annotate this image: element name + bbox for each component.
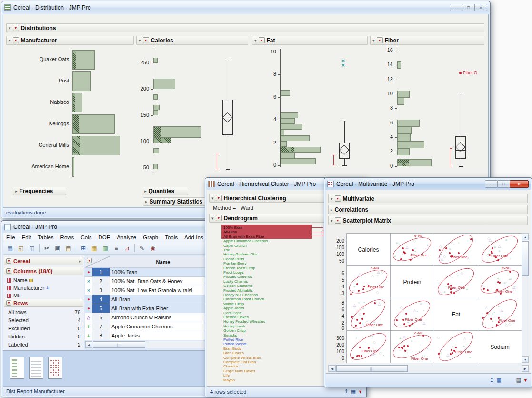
matrix-cell[interactable]: ◦×+△◇◦×+△◇◦×+Fiber Onee-Nu (390, 330, 434, 363)
histogram-bar[interactable] (281, 153, 295, 158)
disclosure-closed-icon[interactable]: ▸ (145, 199, 148, 204)
histogram-bar[interactable] (153, 105, 160, 110)
row-number-cell[interactable]: 1 (92, 268, 110, 277)
red-triangle-menu-icon[interactable]: ▼ (523, 378, 528, 383)
row-state-cell[interactable]: + (85, 331, 93, 340)
grid-corner-cell[interactable]: ▼ (85, 256, 110, 268)
row-name-cell[interactable]: 100% Nat. Bran Oats & Honey (110, 277, 217, 286)
disclosure-open-icon[interactable]: ▾ (254, 38, 257, 43)
row-state-cell[interactable]: △ (85, 313, 93, 322)
column-item-manufacturer[interactable]: Manufacturer+ (7, 285, 82, 291)
row-state-cell[interactable]: ● (85, 295, 93, 304)
manufacturer-panel-header[interactable]: ▾▼Manufacturer (6, 36, 134, 45)
matrix-cell[interactable]: △◇◦×+△◇◦×+△◇◦Fiber One (346, 298, 391, 331)
row-number-cell[interactable]: 7 (92, 322, 110, 331)
row-number-cell[interactable]: 4 (92, 295, 110, 304)
red-triangle-menu-icon[interactable]: ▼ (377, 37, 383, 43)
close-button[interactable]: × (510, 180, 529, 188)
maximize-button[interactable]: □ (497, 180, 510, 188)
table-panel-header[interactable]: ▼Cereal▸ (4, 257, 83, 265)
panel-expand-icon[interactable]: ▸ (79, 259, 81, 264)
copy-icon[interactable]: ▣ (52, 244, 63, 253)
distributions-outline[interactable]: ▾ ▼ Distributions (6, 23, 484, 32)
scroll-right-arrow[interactable]: ▶ (522, 365, 529, 372)
row-state-cell[interactable]: × (85, 277, 93, 286)
histogram-bar[interactable] (281, 141, 287, 147)
fiber-panel-header[interactable]: ▾▼Fiber (370, 36, 484, 45)
histogram-bar[interactable] (397, 159, 432, 166)
dendrogram-leaf[interactable]: Honey Frosted Wheaties (223, 319, 319, 324)
histogram-bar[interactable] (153, 148, 159, 153)
histogram-bar[interactable] (153, 79, 175, 89)
distribution-titlebar[interactable]: Cereal - Distribution - JMP Pro – □ × (2, 2, 490, 13)
histogram-bar[interactable] (72, 114, 115, 134)
disclosure-open-icon[interactable]: ▾ (139, 38, 141, 43)
red-triangle-menu-icon[interactable]: ▼ (259, 37, 265, 43)
row-state-cell[interactable]: × (85, 286, 93, 295)
report-thumbnail-1[interactable] (10, 357, 24, 379)
row-number-cell[interactable]: 2 (92, 277, 110, 286)
histogram-bar[interactable] (153, 110, 158, 115)
histogram-bar[interactable] (72, 157, 74, 177)
histogram-bar[interactable] (397, 148, 410, 155)
row-name-cell[interactable]: All-Bran (110, 295, 217, 304)
matrix-cell[interactable]: ◇◦×+△◇◦×+△◇◦×Fiber One (346, 330, 391, 363)
matrix-cell[interactable]: ×+△◇◦×+△◇◦×+△Fiber One (478, 298, 522, 331)
scroll-up-arrow[interactable]: ▲ (522, 234, 529, 240)
red-triangle-menu-icon[interactable]: ▼ (216, 215, 222, 221)
histogram-bar[interactable] (281, 90, 290, 96)
save-icon[interactable]: ◫ (27, 244, 37, 253)
red-triangle-menu-icon[interactable]: ▼ (13, 25, 19, 31)
matrix-v-scrollbar[interactable]: ▲▼ (522, 233, 529, 363)
minimize-button[interactable]: – (485, 180, 498, 188)
report-thumbnail-2[interactable] (29, 357, 43, 379)
matrix-diagonal-calories[interactable]: Calories (346, 233, 391, 266)
histogram-bar[interactable] (281, 158, 316, 164)
scroll-left-arrow[interactable]: ◀ (329, 365, 336, 372)
dendrogram-leaf[interactable]: Golden Grahams (223, 284, 319, 288)
histogram-bar[interactable] (397, 134, 411, 141)
row-state-cell[interactable]: ● (85, 268, 93, 277)
menu-rows[interactable]: Rows (57, 234, 78, 241)
row-state-cell[interactable]: + (85, 322, 93, 331)
matrix-cell[interactable]: △◇◦×+△◇◦×+△◇◦Fiber One (434, 233, 478, 266)
histogram-bar[interactable] (281, 124, 302, 130)
menu-addins[interactable]: Add-Ins (181, 234, 207, 241)
histogram-bar[interactable] (153, 126, 201, 138)
matrix-cell[interactable]: +△◇◦×+△◇◦×+△◇Fiber Onee-Nu (346, 265, 391, 298)
dendrogram-leaf[interactable]: Life (223, 373, 319, 378)
disclosure-closed-icon[interactable]: ▸ (15, 189, 18, 194)
dendrogram-leaf[interactable]: All-Bran (223, 230, 319, 235)
row-name-cell[interactable]: Almond Crunch w Raisins (110, 313, 217, 322)
scroll-thumb[interactable] (522, 241, 529, 276)
annotate-icon[interactable]: ✎ (137, 244, 147, 253)
column-item-mfr[interactable]: Mfr (7, 292, 82, 299)
dendrogram-leaf[interactable]: Apple Cinnamon Cheerios (223, 239, 319, 244)
row-number-cell[interactable]: 8 (92, 331, 110, 340)
histogram-bar[interactable] (397, 91, 410, 98)
red-triangle-menu-icon[interactable]: ▼ (87, 258, 92, 263)
red-triangle-menu-icon[interactable]: ▼ (6, 300, 11, 306)
histogram-bar[interactable] (153, 164, 158, 169)
histogram-bar[interactable] (72, 93, 82, 112)
row-name-cell[interactable]: 100% Nat. Low Fat Granola w raisi (110, 286, 217, 295)
histogram-bar[interactable] (281, 130, 284, 135)
menu-edit[interactable]: Edit (19, 234, 35, 241)
histogram-bar[interactable] (397, 98, 404, 105)
red-triangle-menu-icon[interactable]: ▼ (358, 389, 362, 394)
panel-up-icon[interactable]: ↥ (490, 377, 494, 383)
menu-file[interactable]: File (3, 234, 19, 241)
scroll-left-arrow[interactable]: ◀ (85, 341, 92, 348)
menu-tools[interactable]: Tools (161, 234, 181, 241)
distribution-icon[interactable]: ≡ (111, 244, 121, 253)
histogram-bar[interactable] (397, 141, 424, 148)
correlations-outline[interactable]: ▸ Correlations (328, 205, 528, 214)
disclosure-open-icon[interactable]: ▾ (331, 218, 333, 223)
red-triangle-menu-icon[interactable]: ▼ (216, 195, 222, 201)
matrix-cell[interactable]: ◇◦×+△◇◦×+△◇◦×Fiber One (478, 233, 522, 266)
histogram-bar[interactable] (72, 136, 120, 155)
outlier-point[interactable] (459, 72, 462, 74)
row-number-cell[interactable]: 5 (92, 304, 110, 313)
cut-icon[interactable]: ✂ (41, 244, 52, 253)
dendrogram-leaf[interactable]: Maypo (223, 378, 319, 383)
